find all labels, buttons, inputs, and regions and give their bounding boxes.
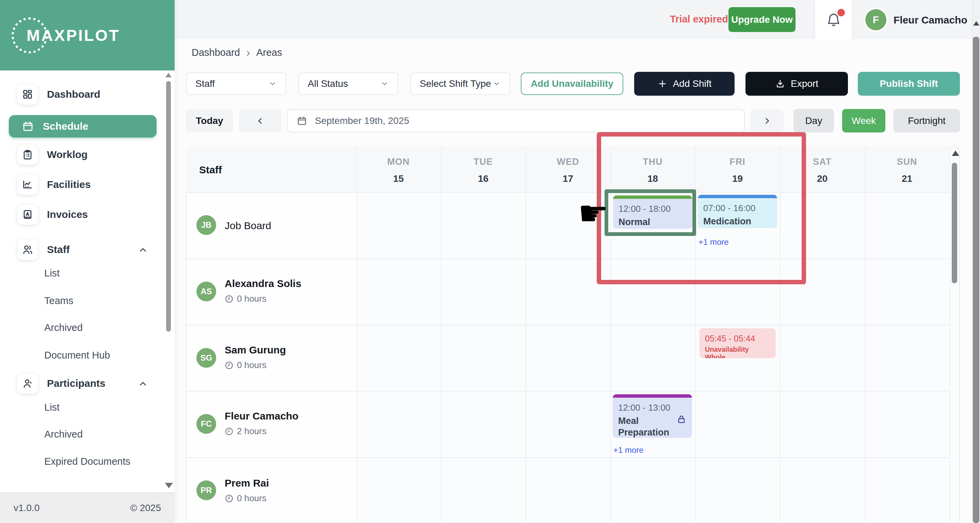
- scroll-up-arrow-icon[interactable]: [973, 21, 979, 26]
- export-button[interactable]: Export: [746, 72, 848, 96]
- staff-hours: 0 hours: [225, 493, 267, 504]
- sidebar-item-participants[interactable]: Participants: [0, 370, 175, 396]
- user-name[interactable]: Fleur Camacho: [894, 14, 967, 26]
- day-number: 15: [356, 173, 441, 184]
- chevron-left-icon: [256, 116, 265, 126]
- grid-line: [186, 457, 949, 458]
- trial-expired-text: Trial expired: [670, 14, 728, 25]
- hours-label: 0 hours: [237, 360, 267, 370]
- day-name: MON: [356, 156, 441, 167]
- staff-hours: 0 hours: [225, 360, 267, 370]
- add-shift-button[interactable]: Add Shift: [634, 72, 735, 96]
- sidebar-subitem-staff-teams[interactable]: Teams: [0, 295, 175, 306]
- app-window: Trial expired Upgrade Now F Fleur Camach…: [0, 0, 980, 523]
- staff-row-name[interactable]: Prem Rai: [225, 477, 269, 489]
- view-fortnight-button[interactable]: Fortnight: [894, 109, 960, 132]
- sidebar-subitem-document-hub[interactable]: Document Hub: [0, 350, 175, 361]
- sidebar-item-facilities[interactable]: Facilities: [0, 172, 175, 198]
- calendar-icon: [22, 120, 34, 132]
- sidebar-item-label: Invoices: [47, 209, 88, 220]
- user-avatar[interactable]: F: [865, 9, 886, 30]
- staff-filter-select[interactable]: Staff: [186, 73, 286, 95]
- upgrade-now-button[interactable]: Upgrade Now: [729, 7, 795, 32]
- grid-line: [950, 147, 950, 522]
- breadcrumb: Dashboard › Areas: [192, 47, 282, 58]
- sidebar-item-schedule[interactable]: Schedule: [9, 115, 157, 137]
- prev-week-button[interactable]: [239, 109, 282, 132]
- unavailability-chip[interactable]: 05:45 - 05:44 Unavailability Whole: [700, 328, 776, 358]
- page-scrollbar-thumb[interactable]: [973, 37, 979, 523]
- chart-icon: [17, 174, 38, 195]
- calendar-scrollbar-thumb[interactable]: [952, 163, 957, 283]
- avatar: SG: [196, 348, 216, 368]
- avatar: AS: [196, 282, 216, 301]
- staff-row-name[interactable]: Fleur Camacho: [225, 410, 299, 422]
- calendar-icon: [296, 115, 307, 126]
- avatar: PR: [196, 480, 216, 500]
- add-unavailability-button[interactable]: Add Unavailability: [521, 73, 623, 95]
- sidebar-item-label: Dashboard: [47, 89, 100, 100]
- sidebar-subitem-participants-archived[interactable]: Archived: [0, 429, 175, 440]
- hours-label: 0 hours: [237, 493, 267, 504]
- shift-chip-meal-preparation[interactable]: 12:00 - 13:00 Meal Preparation: [613, 394, 692, 438]
- next-week-button[interactable]: [750, 109, 784, 132]
- sidebar-item-label: Staff: [47, 244, 70, 255]
- shift-time: 12:00 - 13:00: [618, 402, 687, 413]
- scroll-down-arrow-icon[interactable]: [165, 483, 173, 488]
- sidebar-logo-header: MAXPILOT: [0, 0, 175, 70]
- avatar: FC: [196, 414, 216, 434]
- status-filter-value: All Status: [308, 78, 348, 89]
- staff-row-name[interactable]: Alexandra Solis: [225, 278, 301, 289]
- sidebar-item-label: Schedule: [43, 121, 88, 132]
- dashboard-grid-icon: [17, 84, 38, 105]
- clock-icon: [225, 295, 234, 303]
- staff-filter-value: Staff: [196, 78, 215, 89]
- date-picker-value: September 19th, 2025: [315, 115, 409, 126]
- grid-line: [186, 325, 949, 325]
- clock-icon: [225, 361, 234, 370]
- today-button[interactable]: Today: [186, 109, 233, 132]
- view-day-button[interactable]: Day: [794, 109, 834, 132]
- sidebar-scrollbar-thumb[interactable]: [166, 81, 171, 332]
- users-icon: [17, 239, 38, 260]
- chevron-down-icon: [380, 80, 389, 88]
- scroll-up-arrow-icon[interactable]: [165, 73, 172, 77]
- chevron-up-icon[interactable]: [138, 379, 148, 389]
- more-shifts-link[interactable]: +1 more: [613, 445, 644, 455]
- sidebar-item-label: Participants: [47, 378, 105, 389]
- sidebar-subitem-staff-list[interactable]: List: [0, 268, 175, 279]
- book-icon: [17, 204, 38, 225]
- annotation-green-box: [605, 189, 696, 236]
- day-number: 21: [865, 173, 949, 184]
- sidebar-item-invoices[interactable]: Invoices: [0, 202, 175, 228]
- shift-type-filter-value: Select Shift Type: [420, 78, 491, 89]
- staff-row-name[interactable]: Job Board: [225, 220, 271, 231]
- publish-shift-button[interactable]: Publish Shift: [858, 72, 960, 96]
- day-header-tue: TUE 16: [441, 156, 526, 184]
- sidebar-subitem-expired-documents[interactable]: Expired Documents: [0, 456, 175, 467]
- staff-row-name[interactable]: Sam Gurung: [225, 344, 286, 356]
- day-header-mon: MON 15: [356, 156, 441, 184]
- scroll-up-arrow-icon[interactable]: [952, 150, 959, 156]
- clock-icon: [225, 427, 234, 436]
- status-filter-select[interactable]: All Status: [298, 73, 398, 95]
- chevron-down-icon: [269, 80, 277, 88]
- day-number: 16: [441, 173, 526, 184]
- sidebar-subitem-participants-list[interactable]: List: [0, 402, 175, 413]
- plus-icon: [657, 79, 668, 89]
- sidebar-item-staff[interactable]: Staff: [0, 237, 175, 263]
- shift-type-color-bar: [613, 394, 692, 398]
- hours-label: 0 hours: [237, 293, 267, 304]
- chevron-up-icon[interactable]: [138, 245, 148, 255]
- date-picker-field[interactable]: September 19th, 2025: [287, 109, 745, 132]
- sidebar-item-worklog[interactable]: Worklog: [0, 142, 175, 167]
- view-week-button[interactable]: Week: [842, 109, 885, 132]
- shift-type-filter-select[interactable]: Select Shift Type: [410, 73, 510, 95]
- export-label: Export: [791, 78, 818, 89]
- annotation-pointer-hand-icon: ☛: [578, 202, 609, 225]
- breadcrumb-dashboard[interactable]: Dashboard: [192, 47, 240, 58]
- sidebar-subitem-staff-archived[interactable]: Archived: [0, 322, 175, 333]
- user-icon: [17, 373, 38, 394]
- sidebar-item-dashboard[interactable]: Dashboard: [0, 81, 175, 107]
- grid-line: [186, 192, 949, 193]
